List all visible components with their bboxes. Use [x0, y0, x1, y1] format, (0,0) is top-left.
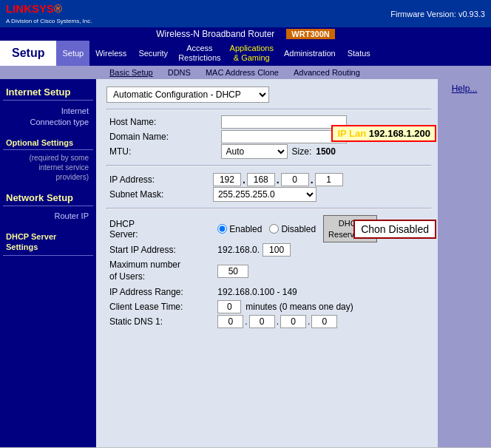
start-ip-last-octet[interactable]: [263, 243, 291, 257]
dns-dot-2: .: [277, 316, 279, 327]
ip-dot-1: .: [243, 174, 246, 186]
ip-address-label: IP Address:: [106, 172, 213, 187]
static-dns-label: Static DNS 1:: [106, 314, 217, 329]
content-area: Help... IP Lan 192.168.1.200 Chon Disabl…: [96, 79, 491, 447]
tab-applications-gaming[interactable]: Applications& Gaming: [226, 41, 278, 66]
sidebar-optional-desc: (required by someinternet serviceprovide…: [3, 152, 93, 183]
dhcp-server-label: DHCPServer:: [106, 215, 217, 242]
dns-octet-1[interactable]: [217, 315, 243, 328]
dns-octet-3[interactable]: [280, 315, 306, 328]
mtu-size-value: 1500: [316, 146, 336, 157]
tab-administration[interactable]: Administration: [278, 41, 342, 66]
network-settings-table: IP Address: . . . Subnet Mask:: [106, 172, 432, 202]
dns-dot-1: .: [245, 316, 247, 327]
ip-range-value: 192.168.0.100 - 149: [217, 285, 432, 299]
tab-status[interactable]: Status: [342, 41, 376, 66]
mtu-select[interactable]: Auto Manual: [221, 144, 288, 159]
divider-3: [106, 208, 432, 209]
subnet-mask-select[interactable]: 255.255.255.0 255.255.0.0 255.0.0.0: [213, 187, 316, 202]
router-name-bar: Wireless-N Broadband Router WRT300N: [0, 27, 491, 41]
linksys-logo: LINKSYS® A Division of Cisco Systems, In…: [6, 2, 92, 25]
sub-nav-ddns[interactable]: DDNS: [162, 67, 197, 78]
host-name-label: Host Name:: [106, 115, 221, 129]
ip-range-label: IP Address Range:: [106, 285, 217, 299]
sub-nav-advanced-routing[interactable]: Advanced Routing: [288, 67, 366, 78]
start-ip-prefix: 192.168.0.: [217, 245, 260, 255]
connection-type-select[interactable]: Automatic Configuration - DHCP Static IP…: [106, 86, 269, 103]
subnet-mask-label: Subnet Mask:: [106, 187, 213, 202]
divider-2: [106, 165, 432, 166]
ip-octet-2[interactable]: [247, 173, 275, 186]
sidebar-section-dhcp: DHCP ServerSettings: [3, 228, 93, 256]
tab-wireless[interactable]: Wireless: [89, 41, 132, 66]
ip-lan-annotation: IP Lan 192.168.1.200: [331, 125, 436, 142]
sidebar-section-internet-setup: Internet Setup: [3, 84, 93, 101]
ip-octet-4[interactable]: [315, 173, 343, 186]
start-ip-label: Start IP Address:: [106, 242, 217, 257]
sub-nav: Basic Setup DDNS MAC Address Clone Advan…: [0, 66, 491, 79]
ip-octet-3[interactable]: [281, 173, 309, 186]
tab-setup[interactable]: Setup: [56, 41, 89, 66]
ip-dot-3: .: [311, 174, 314, 186]
dns-octet-2[interactable]: [249, 315, 275, 328]
connection-type-row: Automatic Configuration - DHCP Static IP…: [106, 86, 432, 103]
host-name-input[interactable]: [221, 115, 347, 129]
lease-time-label: Client Lease Time:: [106, 299, 217, 314]
dns-octet-4[interactable]: [311, 315, 337, 328]
tab-security[interactable]: Security: [132, 41, 174, 66]
dhcp-disabled-radio-label[interactable]: Disabled: [269, 224, 316, 234]
mtu-label: MTU:: [106, 144, 221, 159]
ip-lan-value: 192.168.1.200: [369, 128, 430, 139]
dhcp-enabled-radio[interactable]: [217, 224, 227, 234]
dhcp-enabled-radio-label[interactable]: Enabled: [217, 224, 262, 234]
sub-nav-basic-setup[interactable]: Basic Setup: [104, 67, 159, 78]
lease-time-note: minutes (0 means one day): [246, 302, 353, 312]
divider-1: [106, 109, 432, 110]
setup-main-tab: Setup: [0, 41, 56, 66]
nav-bar: Setup Setup Wireless Security AccessRest…: [0, 41, 491, 66]
domain-name-label: Domain Name:: [106, 129, 221, 144]
tab-access-restrictions[interactable]: AccessRestrictions: [174, 41, 225, 66]
sidebar-item-connection-type[interactable]: InternetConnection type: [3, 103, 93, 129]
sidebar-section-optional: Optional Settings: [3, 135, 93, 150]
ip-dot-2: .: [277, 174, 280, 186]
sidebar-item-router-ip[interactable]: Router IP: [3, 209, 93, 223]
domain-name-input[interactable]: [221, 130, 347, 143]
help-panel: Help...: [438, 79, 491, 447]
ip-octet-1[interactable]: [213, 173, 241, 186]
router-model-badge: WRT300N: [286, 29, 334, 39]
chon-disabled-annotation: Chon Disabled: [353, 220, 436, 239]
firmware-version: Firmware Version: v0.93.3: [390, 10, 485, 18]
max-users-input[interactable]: [217, 265, 248, 278]
lease-time-input[interactable]: [217, 300, 241, 313]
sub-nav-mac-clone[interactable]: MAC Address Clone: [200, 67, 285, 78]
help-link[interactable]: Help...: [452, 84, 478, 94]
sidebar-section-network-setup: Network Setup: [3, 189, 93, 206]
sidebar: Internet Setup InternetConnection type O…: [0, 79, 96, 447]
max-users-label: Maximum numberof Users:: [106, 257, 217, 285]
mtu-size-label: Size:: [292, 146, 312, 157]
ip-lan-label: IP Lan: [337, 128, 366, 139]
dhcp-disabled-radio[interactable]: [269, 224, 279, 234]
dns-dot-3: .: [308, 316, 310, 327]
